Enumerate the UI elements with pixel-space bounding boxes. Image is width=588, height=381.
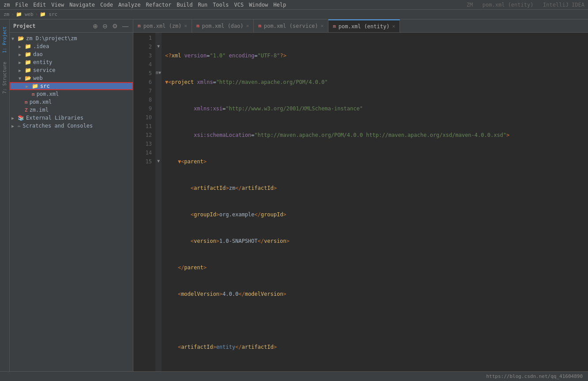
- code-content[interactable]: <?xml version="1.0" encoding="UTF-8"?> ▼…: [162, 33, 588, 371]
- gutter-7: [155, 86, 162, 94]
- code-token: </: [258, 237, 264, 245]
- code-line-7: <groupId>org.example</groupId>: [165, 210, 588, 219]
- toolbar-collapse-button[interactable]: —: [121, 23, 129, 29]
- tree-item-zm-iml[interactable]: ▶ Z zm.iml: [10, 106, 133, 114]
- breadcrumb-zm[interactable]: zm: [4, 11, 9, 17]
- menu-zm[interactable]: zm: [4, 2, 10, 8]
- tab-close-service[interactable]: ✕: [321, 23, 324, 29]
- menu-help[interactable]: Help: [273, 2, 286, 8]
- arrow-idea: ▶: [19, 44, 25, 49]
- code-token: xml: [171, 51, 181, 60]
- code-token: xmlns:xsi: [194, 104, 222, 113]
- toolbar-settings-button[interactable]: ⚙: [111, 23, 119, 29]
- arrow-src: ▶: [26, 84, 32, 89]
- menu-navigate[interactable]: Navigate: [69, 2, 95, 8]
- tree-label-zm-iml: zm.iml: [30, 107, 49, 113]
- arrow-scratches: ▶: [11, 124, 18, 128]
- menu-edit[interactable]: Edit: [33, 2, 46, 8]
- breadcrumb-src[interactable]: src: [49, 11, 57, 17]
- folder-icon-idea: 📁: [25, 43, 31, 49]
- code-token: project: [171, 78, 194, 87]
- tab-pom-zm[interactable]: m pom.xml (zm) ✕: [133, 19, 192, 32]
- code-token: >: [213, 343, 216, 351]
- menu-refactor[interactable]: Refactor: [146, 2, 171, 8]
- code-editor: 1 2 3 4 5 6 7 8 9 10 11 12 13 14 15 ▼: [133, 33, 588, 371]
- toolbar-minus-button[interactable]: ⊖: [102, 23, 109, 29]
- gutter-5[interactable]: m▼: [155, 68, 162, 77]
- iml-icon-zm: Z: [25, 107, 28, 113]
- tree-label-idea: .idea: [33, 43, 49, 49]
- arrow-zm: ▼: [11, 36, 18, 41]
- code-token: [181, 51, 184, 60]
- tree-label-external-libs: External Libraries: [26, 115, 83, 121]
- code-line-9: </parent>: [165, 263, 588, 272]
- maven-icon-pom-zm: m: [25, 99, 28, 105]
- line-num-6: 6: [137, 78, 152, 87]
- tree-label-src: src: [40, 83, 50, 89]
- gutter-8: [155, 94, 162, 103]
- tree-item-dao[interactable]: ▶ 📁 dao: [10, 50, 133, 58]
- code-token: "http://maven.apache.org/POM/4.0.0 http:…: [254, 131, 506, 140]
- menu-vcs[interactable]: VCS: [234, 2, 244, 8]
- code-line-8: <version>1.0-SNAPSHOT</version>: [165, 237, 588, 245]
- tab-label-zm: pom.xml (zm): [143, 23, 182, 29]
- menu-view[interactable]: View: [51, 2, 64, 8]
- menu-run[interactable]: Run: [198, 2, 207, 8]
- tree-item-idea[interactable]: ▶ 📁 .idea: [10, 42, 133, 50]
- tab-close-entity[interactable]: ✕: [392, 23, 395, 29]
- tab-close-zm[interactable]: ✕: [184, 23, 187, 29]
- arrow-service: ▶: [19, 68, 25, 73]
- menu-file[interactable]: File: [15, 2, 28, 8]
- code-line-6: <artifactId>zm</artifactId>: [165, 184, 588, 192]
- code-token: [165, 343, 178, 351]
- tree-item-web[interactable]: ▼ 📂 web: [10, 74, 133, 82]
- tree-item-zm-root[interactable]: ▼ 📂 zm D:\project\zm: [10, 34, 133, 42]
- breadcrumb-web[interactable]: web: [25, 11, 34, 17]
- gutter-2[interactable]: ▼: [155, 41, 162, 50]
- code-token: >: [216, 237, 219, 245]
- menu-build[interactable]: Build: [177, 2, 192, 8]
- code-token: 1.0-SNAPSHOT: [219, 237, 258, 245]
- code-token: <: [191, 210, 194, 219]
- line-num-14: 14: [137, 148, 152, 157]
- tab-pom-service[interactable]: m pom.xml (service) ✕: [254, 19, 328, 32]
- line-num-5: 5: [137, 69, 152, 78]
- toolbar-add-button[interactable]: ⊕: [92, 23, 99, 29]
- code-line-11: [165, 316, 588, 325]
- code-token: <: [191, 184, 194, 192]
- code-token: artifactId: [241, 184, 273, 192]
- gutter-13: [155, 139, 162, 147]
- code-token: [226, 51, 229, 60]
- gutter-10: [155, 112, 162, 121]
- tree-item-entity[interactable]: ▶ 📁 entity: [10, 58, 133, 66]
- tree-item-pom-web[interactable]: ▶ m pom.xml: [10, 90, 133, 98]
- code-token: >: [204, 263, 207, 272]
- tree-item-service[interactable]: ▶ 📁 service: [10, 66, 133, 74]
- tree-item-external-libs[interactable]: ▶ 📚 External Libraries: [10, 114, 133, 122]
- tree-item-scratches[interactable]: ▶ ✏️ Scratches and Consoles: [10, 122, 133, 130]
- scratches-icon: ✏️: [18, 123, 21, 129]
- external-libs-icon: 📚: [18, 115, 24, 121]
- code-line-1: <?xml version="1.0" encoding="UTF-8"?>: [165, 51, 588, 60]
- menu-code[interactable]: Code: [100, 2, 113, 8]
- tree-item-pom-zm[interactable]: ▶ m pom.xml: [10, 98, 133, 106]
- menu-analyze[interactable]: Analyze: [118, 2, 141, 8]
- code-token: groupId: [261, 210, 283, 219]
- tree-label-pom-web: pom.xml: [37, 91, 59, 97]
- tab-close-dao[interactable]: ✕: [246, 23, 249, 29]
- code-token: >: [219, 290, 222, 298]
- tab-pom-dao[interactable]: m pom.xml (dao) ✕: [192, 19, 254, 32]
- menu-window[interactable]: Window: [249, 2, 268, 8]
- code-token: >: [204, 157, 207, 166]
- tab-pom-entity[interactable]: m pom.xml (entity) ✕: [328, 19, 400, 32]
- line-num-13: 13: [137, 140, 152, 148]
- tree-item-src[interactable]: ▶ 📁 src: [10, 82, 133, 90]
- tab-structure[interactable]: 7: Structure: [1, 58, 8, 97]
- tab-label-service: pom.xml (service): [264, 23, 318, 29]
- line-num-15: 15: [137, 157, 152, 166]
- gutter-3: [155, 50, 162, 59]
- tab-project[interactable]: 1: Project: [1, 23, 8, 57]
- gutter-11: [155, 121, 162, 130]
- menu-tools[interactable]: Tools: [213, 2, 229, 8]
- gutter-15[interactable]: ▼: [155, 156, 162, 165]
